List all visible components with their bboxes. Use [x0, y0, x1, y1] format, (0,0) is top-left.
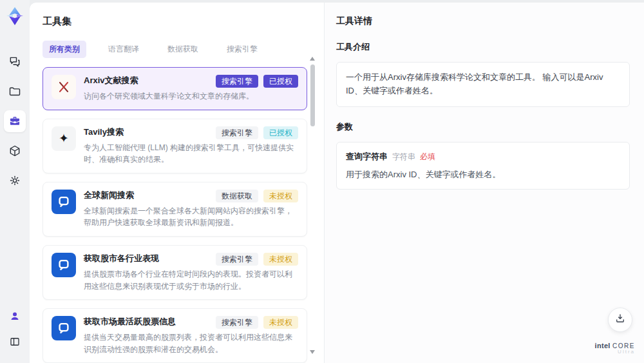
user-icon	[9, 310, 21, 322]
tool-name: 获取股市各行业表现	[84, 253, 159, 264]
tool-icon	[52, 316, 76, 340]
tool-name: Tavily搜索	[84, 126, 124, 138]
tool-description: 专为人工智能代理 (LLM) 构建的搜索引擎工具，可快速提供实时、准确和真实的结…	[84, 142, 298, 166]
sidebar-item-tools[interactable]	[4, 110, 26, 132]
tool-name: Arxiv文献搜索	[84, 75, 138, 86]
sidebar-item-files[interactable]	[4, 81, 26, 103]
tool-list-panel: 工具集 所有类别 语言翻译 数据获取 搜索引擎 Arxiv文献搜索 搜索引擎 已…	[30, 3, 324, 363]
tool-card[interactable]: 获取股市各行业表现 搜索引擎 未授权 提供股票市场各个行业在特定时间段内的表现。…	[43, 245, 307, 300]
param-name: 查询字符串	[346, 151, 388, 162]
cube-icon	[8, 144, 21, 157]
tool-card[interactable]: ✦ Tavily搜索 搜索引擎 已授权 专为人工智能代理 (LLM) 构建的搜索…	[43, 119, 307, 173]
chat-icon	[8, 55, 21, 68]
tool-icon	[52, 75, 76, 99]
param-type: 字符串	[392, 152, 415, 162]
tab-data-fetch[interactable]: 数据获取	[161, 41, 205, 58]
param-box: 查询字符串 字符串 必填 用于搜索的Arxiv ID、关键字或作者姓名。	[336, 142, 630, 190]
category-badge: 搜索引擎	[216, 126, 258, 139]
auth-badge: 未授权	[263, 316, 298, 329]
tool-icon: ✦	[52, 126, 76, 151]
gear-icon	[8, 174, 21, 187]
category-badge: 数据获取	[216, 190, 258, 202]
tool-name: 获取市场最活跃股票信息	[84, 316, 176, 328]
sidebar-item-plugins[interactable]	[4, 140, 26, 162]
tool-description: 访问各个研究领域大量科学论文和文章的存储库。	[84, 90, 298, 103]
sidebar-item-chat[interactable]	[4, 51, 26, 73]
auth-badge: 已授权	[263, 126, 298, 139]
download-icon	[614, 313, 626, 327]
auth-badge: 未授权	[263, 190, 298, 202]
intro-box: 一个用于从Arxiv存储库搜索科学论文和文章的工具。 输入可以是Arxiv ID…	[336, 62, 630, 107]
intel-core-logo: intel CORE Ultra	[595, 342, 635, 355]
tool-description: 提供股票市场各个行业在特定时间段内的表现。投资者可以利用这些信息来识别表现优于或…	[84, 268, 298, 292]
app-logo	[4, 5, 26, 27]
tool-icon	[52, 190, 76, 214]
intro-text: 一个用于从Arxiv存储库搜索科学论文和文章的工具。 输入可以是Arxiv ID…	[346, 71, 620, 98]
brand-intel: intel	[595, 342, 611, 349]
auth-badge: 未授权	[263, 253, 298, 266]
folder-icon	[8, 85, 21, 98]
detail-title: 工具详情	[336, 15, 630, 27]
tool-detail-panel: 工具详情 工具介绍 一个用于从Arxiv存储库搜索科学论文和文章的工具。 输入可…	[324, 3, 644, 363]
param-required-badge: 必填	[420, 152, 435, 162]
main-content: 工具集 所有类别 语言翻译 数据获取 搜索引擎 Arxiv文献搜索 搜索引擎 已…	[30, 3, 644, 363]
scrollbar-up-arrow[interactable]	[310, 57, 315, 61]
intro-heading: 工具介绍	[336, 41, 630, 53]
tool-card[interactable]: 获取市场最活跃股票信息 搜索引擎 未授权 提供当天交易量最高的股票列表，投资者可…	[43, 308, 307, 363]
tool-name: 全球新闻搜索	[84, 190, 134, 201]
category-badge: 搜索引擎	[216, 75, 258, 88]
param-description: 用于搜索的Arxiv ID、关键字或作者姓名。	[346, 168, 620, 181]
tab-translation[interactable]: 语言翻译	[102, 41, 146, 58]
panel-toggle-icon	[9, 336, 21, 348]
scrollbar-thumb[interactable]	[310, 64, 315, 126]
tab-all-categories[interactable]: 所有类别	[43, 41, 86, 58]
params-heading: 参数	[336, 121, 630, 133]
auth-badge: 已授权	[263, 75, 298, 88]
scrollbar-down-arrow[interactable]	[310, 350, 315, 354]
tool-card[interactable]: Arxiv文献搜索 搜索引擎 已授权 访问各个研究领域大量科学论文和文章的存储库…	[43, 67, 307, 110]
category-badge: 搜索引擎	[216, 253, 258, 266]
sidebar-item-account[interactable]	[4, 305, 26, 327]
brand-sub: Ultra	[595, 349, 635, 355]
sidebar-item-settings[interactable]	[4, 170, 26, 191]
tool-description: 提供当天交易量最高的股票列表，投资者可以利用这些信息来识别流动性强的股票和潜在的…	[84, 331, 298, 355]
category-badge: 搜索引擎	[216, 316, 258, 329]
tool-card[interactable]: 全球新闻搜索 数据获取 未授权 全球新闻搜索是一个聚合全球各大新闻网站内容的搜索…	[43, 182, 307, 237]
sidebar-rail	[0, 0, 30, 363]
tool-icon	[52, 253, 76, 277]
category-tabs: 所有类别 语言翻译 数据获取 搜索引擎	[43, 41, 307, 58]
sidebar-item-collapse[interactable]	[4, 331, 26, 353]
page-title: 工具集	[43, 15, 307, 28]
tab-search-engine[interactable]: 搜索引擎	[220, 41, 264, 58]
tool-description: 全球新闻搜索是一个聚合全球各大新闻网站内容的搜索引擎，帮助用户快速获取全球最新资…	[84, 205, 298, 229]
toolbox-icon	[8, 115, 21, 128]
tool-list: Arxiv文献搜索 搜索引擎 已授权 访问各个研究领域大量科学论文和文章的存储库…	[43, 67, 307, 363]
download-button[interactable]	[608, 308, 632, 332]
list-scrollbar	[310, 57, 316, 354]
